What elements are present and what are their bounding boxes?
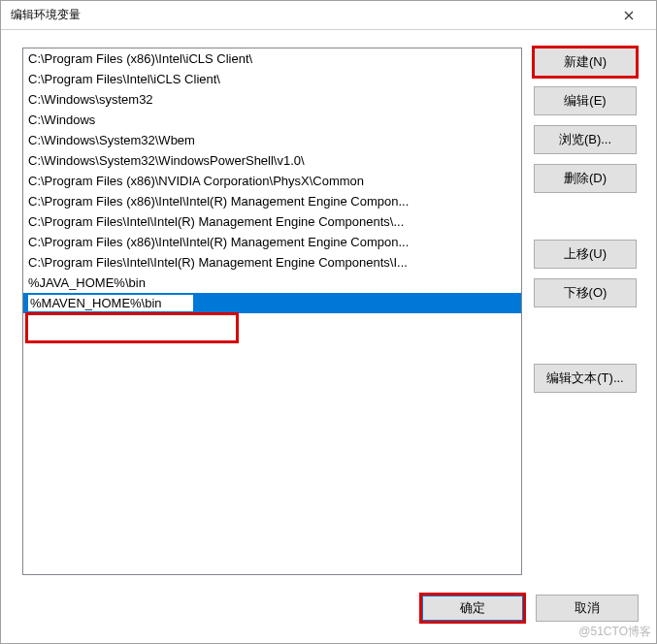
moveup-button[interactable]: 上移(U): [534, 240, 637, 269]
delete-button[interactable]: 删除(D): [534, 164, 637, 193]
list-item[interactable]: C:\Windows: [23, 110, 521, 130]
spacer: [534, 317, 639, 354]
ok-button[interactable]: 确定: [421, 595, 524, 622]
list-item-selected[interactable]: [23, 293, 521, 313]
content-area: C:\Program Files (x86)\Intel\iCLS Client…: [1, 30, 656, 585]
edit-input[interactable]: [28, 295, 193, 311]
edittext-button[interactable]: 编辑文本(T)...: [534, 364, 637, 393]
list-item[interactable]: C:\Program Files (x86)\Intel\Intel(R) Ma…: [23, 232, 521, 252]
edit-button[interactable]: 编辑(E): [534, 86, 637, 115]
browse-button[interactable]: 浏览(B)...: [534, 125, 637, 154]
movedown-button[interactable]: 下移(O): [534, 278, 637, 307]
list-item[interactable]: C:\Program Files (x86)\NVIDIA Corporatio…: [23, 171, 521, 191]
highlight-annotation: [25, 312, 239, 343]
list-item[interactable]: C:\Program Files (x86)\Intel\iCLS Client…: [23, 48, 521, 69]
list-item[interactable]: C:\Windows\system32: [23, 89, 521, 110]
list-item[interactable]: C:\Program Files\Intel\iCLS Client\: [23, 69, 521, 89]
list-item[interactable]: %JAVA_HOME%\bin: [23, 273, 521, 293]
titlebar: 编辑环境变量: [1, 1, 656, 30]
path-list[interactable]: C:\Program Files (x86)\Intel\iCLS Client…: [22, 48, 522, 575]
close-button[interactable]: [609, 2, 648, 29]
button-column: 新建(N) 编辑(E) 浏览(B)... 删除(D) 上移(U) 下移(O) 编…: [534, 48, 639, 575]
list-item[interactable]: C:\Windows\System32\Wbem: [23, 130, 521, 150]
list-item[interactable]: C:\Windows\System32\WindowsPowerShell\v1…: [23, 150, 521, 171]
window-title: 编辑环境变量: [11, 7, 81, 23]
list-item[interactable]: C:\Program Files\Intel\Intel(R) Manageme…: [23, 211, 521, 232]
dialog-window: 编辑环境变量 C:\Program Files (x86)\Intel\iCLS…: [0, 0, 657, 644]
list-item[interactable]: C:\Program Files (x86)\Intel\Intel(R) Ma…: [23, 191, 521, 211]
spacer: [534, 203, 639, 230]
close-icon: [624, 11, 634, 20]
dialog-buttons: 确定 取消: [1, 585, 656, 643]
list-item[interactable]: C:\Program Files\Intel\Intel(R) Manageme…: [23, 252, 521, 273]
cancel-button[interactable]: 取消: [536, 595, 639, 622]
new-button[interactable]: 新建(N): [534, 48, 637, 77]
